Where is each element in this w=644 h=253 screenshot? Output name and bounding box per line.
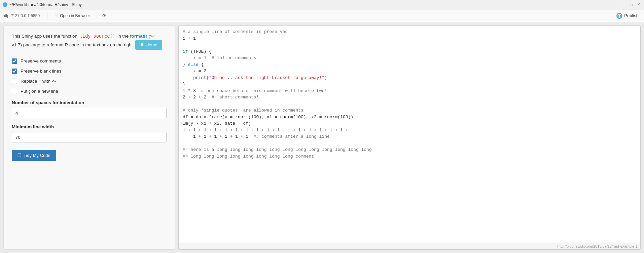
- demo-label: demo: [146, 42, 157, 47]
- minimize-btn[interactable]: ─: [621, 2, 627, 7]
- publish-button[interactable]: Publish: [614, 11, 641, 20]
- window-controls: ─ □ ✕: [621, 2, 641, 7]
- publish-icon: [616, 13, 622, 19]
- replace-equals-checkbox[interactable]: Replace = with <-: [12, 79, 167, 84]
- right-panel: # a single line of comments is preserved…: [178, 26, 641, 250]
- status-text: http://blog.rstudio.org/2013/07/12/rmd-e…: [558, 244, 638, 248]
- inline-code: tidy_source(): [79, 33, 116, 39]
- code-content: # a single line of comments is preserved…: [183, 29, 636, 160]
- replace-equals-input[interactable]: [12, 79, 17, 84]
- tidy-code-button[interactable]: ❐ Tidy My Code: [12, 150, 56, 161]
- tidy-label: Tidy My Code: [24, 153, 50, 158]
- preserve-blank-checkbox[interactable]: Preserve blank lines: [12, 69, 167, 74]
- preserve-comments-label: Preserve comments: [21, 58, 61, 64]
- indentation-input[interactable]: [12, 108, 167, 118]
- tidy-icon: ❐: [17, 153, 22, 158]
- min-width-input[interactable]: [12, 132, 167, 142]
- open-browser-button[interactable]: 📄 Open in Browser: [51, 12, 92, 19]
- separator2: |: [96, 13, 97, 19]
- checkbox-group: Preserve comments Preserve blank lines R…: [12, 58, 167, 94]
- intro-line2: in the: [117, 34, 129, 39]
- replace-equals-label: Replace = with <-: [21, 79, 56, 84]
- put-brace-checkbox[interactable]: Put { on a new line: [12, 89, 167, 94]
- format-r-link[interactable]: formatR: [130, 34, 147, 39]
- status-bar: http://blog.rstudio.org/2013/07/12/rmd-e…: [179, 243, 640, 249]
- separator: |: [46, 13, 48, 19]
- address-bar: http://127.0.0.1:5850 | 📄 Open in Browse…: [0, 9, 644, 22]
- main-content: This Shiny app uses the function tidy_so…: [0, 22, 644, 253]
- indentation-label: Number of spaces for indentation: [12, 100, 167, 105]
- min-width-section: Minimum line width: [12, 124, 167, 142]
- app-icon: [3, 2, 7, 7]
- code-area[interactable]: # a single line of comments is preserved…: [179, 26, 640, 243]
- window-title: ~/R/win-library/4.0/formatR/shiny - Shin…: [9, 2, 82, 7]
- publish-label: Publish: [624, 13, 639, 18]
- intro-text: This Shiny app uses the function tidy_so…: [12, 33, 167, 50]
- preserve-comments-checkbox[interactable]: Preserve comments: [12, 58, 167, 64]
- preserve-blank-input[interactable]: [12, 69, 17, 74]
- title-bar: ~/R/win-library/4.0/formatR/shiny - Shin…: [0, 0, 644, 9]
- close-btn[interactable]: ✕: [636, 2, 641, 7]
- indentation-section: Number of spaces for indentation: [12, 100, 167, 118]
- put-brace-input[interactable]: [12, 89, 17, 94]
- open-browser-label: Open in Browser: [60, 13, 90, 18]
- preserve-blank-label: Preserve blank lines: [21, 69, 62, 74]
- demo-button[interactable]: 👁 demo: [135, 40, 162, 50]
- intro-line1: This Shiny app uses the function: [12, 34, 77, 39]
- demo-icon: 👁: [140, 42, 144, 47]
- put-brace-label: Put { on a new line: [21, 89, 58, 94]
- refresh-button[interactable]: ⟳: [100, 12, 108, 20]
- left-panel: This Shiny app uses the function tidy_so…: [3, 26, 175, 250]
- browser-icon: 📄: [53, 13, 59, 18]
- url-display: http://127.0.0.1:5850: [3, 13, 43, 18]
- maximize-btn[interactable]: □: [629, 2, 634, 7]
- preserve-comments-input[interactable]: [12, 58, 17, 64]
- min-width-label: Minimum line width: [12, 124, 167, 129]
